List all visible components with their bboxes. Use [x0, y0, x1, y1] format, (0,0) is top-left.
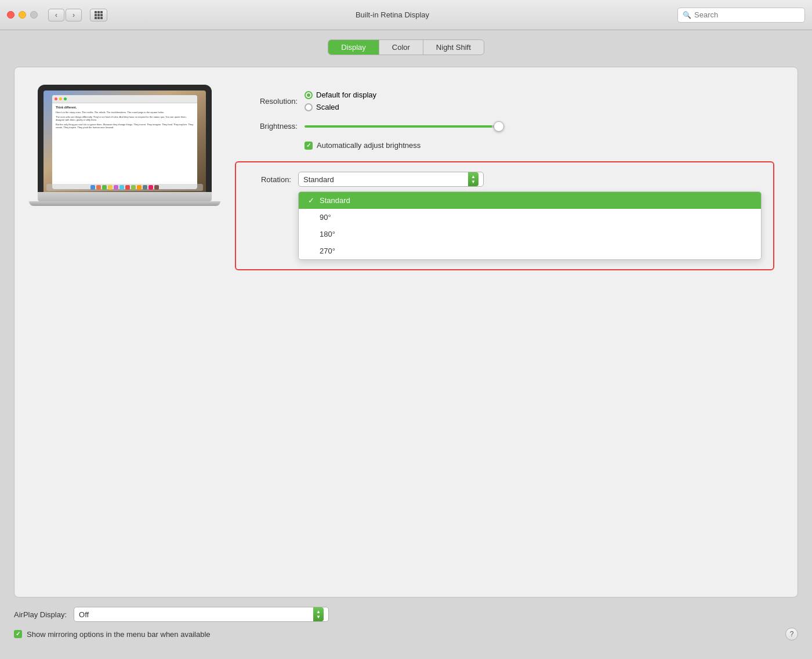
resolution-default-label: Default for display — [316, 90, 376, 99]
dropdown-item-270[interactable]: 270° — [299, 242, 761, 259]
option-90: 90° — [320, 213, 331, 222]
help-button[interactable]: ? — [785, 628, 798, 640]
grid-button[interactable] — [90, 9, 107, 21]
window-title: Built-in Retina Display — [113, 10, 672, 19]
rotation-section: Rotation: Standard ▲ ▼ ✓ Standard — [235, 161, 774, 270]
rotation-dropdown: ✓ Standard 90° 180° 270° — [298, 191, 762, 260]
resolution-option-scaled[interactable]: Scaled — [304, 103, 376, 111]
option-standard: Standard — [320, 196, 350, 205]
airplay-select[interactable]: Off ▲ ▼ — [74, 607, 329, 622]
screen-dock — [46, 184, 203, 191]
laptop-image: Think different. Here's to the crazy one… — [38, 85, 212, 206]
radio-scaled[interactable] — [304, 103, 313, 111]
grid-icon — [95, 11, 103, 19]
dock-icon — [96, 185, 101, 190]
resolution-radio-group: Default for display Scaled — [304, 90, 376, 111]
bottom-area: AirPlay Display: Off ▲ ▼ ✓ Show mirrorin… — [0, 598, 812, 650]
stepper-down-icon: ▼ — [471, 180, 476, 184]
airplay-label: AirPlay Display: — [14, 610, 67, 619]
dock-icon — [154, 185, 159, 190]
search-bar[interactable]: 🔍 — [677, 8, 805, 23]
mirroring-checkmark-icon: ✓ — [16, 631, 20, 637]
mirroring-checkbox[interactable]: ✓ — [14, 630, 22, 638]
dock-icon — [131, 185, 136, 190]
option-270: 270° — [320, 247, 335, 255]
search-icon: 🔍 — [683, 11, 691, 19]
airplay-row: AirPlay Display: Off ▲ ▼ — [14, 607, 798, 622]
close-button[interactable] — [7, 11, 14, 19]
dock-icon — [102, 185, 107, 190]
airplay-stepper-up-icon: ▲ — [316, 610, 321, 614]
traffic-lights — [7, 11, 38, 19]
tab-color[interactable]: Color — [379, 40, 423, 55]
auto-brightness-row: ✓ Automatically adjust brightness — [304, 141, 774, 150]
rotation-stepper[interactable]: ▲ ▼ — [468, 172, 478, 186]
tabs: Display Color Night Shift — [328, 39, 484, 55]
tab-display[interactable]: Display — [328, 40, 379, 55]
dropdown-item-90[interactable]: 90° — [299, 209, 761, 226]
forward-button[interactable]: › — [66, 9, 82, 21]
brightness-label: Brightness: — [235, 122, 304, 131]
radio-default[interactable] — [304, 91, 313, 99]
rotation-select[interactable]: Standard ▲ ▼ — [298, 172, 484, 187]
resolution-option-default[interactable]: Default for display — [304, 90, 376, 99]
laptop-area: Think different. Here's to the crazy one… — [38, 85, 212, 206]
brightness-slider[interactable] — [304, 125, 502, 128]
screen-close — [55, 97, 57, 100]
dock-icon — [114, 185, 118, 190]
mirroring-row: ✓ Show mirroring options in the menu bar… — [14, 630, 211, 639]
dock-icon — [143, 185, 147, 190]
auto-brightness-checkbox[interactable]: ✓ — [304, 142, 313, 150]
laptop-bottom — [29, 201, 220, 206]
resolution-label: Resolution: — [235, 97, 304, 106]
slider-thumb[interactable] — [494, 121, 504, 132]
brightness-row: Brightness: — [235, 122, 774, 131]
minimize-button[interactable] — [19, 11, 26, 19]
bottom-controls: ✓ Show mirroring options in the menu bar… — [14, 628, 798, 640]
dropdown-item-180[interactable]: 180° — [299, 226, 761, 242]
airplay-value: Off — [79, 610, 89, 619]
nav-buttons: ‹ › — [48, 9, 82, 21]
dropdown-item-standard[interactable]: ✓ Standard — [299, 192, 761, 209]
title-bar: ‹ › Built-in Retina Display 🔍 — [0, 0, 812, 30]
screen-content: Think different. Here's to the crazy one… — [52, 103, 197, 132]
checkmark-icon: ✓ — [306, 143, 311, 149]
screen-window-bar — [52, 95, 197, 103]
dock-icon — [119, 185, 124, 190]
fullscreen-button[interactable] — [30, 11, 38, 19]
option-180: 180° — [320, 230, 335, 238]
rotation-value: Standard — [303, 175, 334, 184]
airplay-stepper[interactable]: ▲ ▼ — [313, 607, 324, 621]
dock-icon — [137, 185, 142, 190]
auto-brightness-label: Automatically adjust brightness — [317, 141, 420, 150]
radio-inner — [307, 93, 310, 97]
tab-night-shift[interactable]: Night Shift — [423, 40, 484, 55]
back-button[interactable]: ‹ — [48, 9, 64, 21]
slider-track — [304, 125, 502, 128]
selected-checkmark: ✓ — [308, 196, 315, 205]
laptop-screen-outer: Think different. Here's to the crazy one… — [38, 85, 212, 192]
laptop-base — [38, 192, 212, 201]
tabs-container: Display Color Night Shift — [0, 39, 812, 55]
resolution-scaled-label: Scaled — [316, 103, 339, 111]
content-panel: Think different. Here's to the crazy one… — [14, 67, 798, 598]
dock-icon — [108, 185, 113, 190]
dock-icon — [148, 185, 153, 190]
laptop-screen: Think different. Here's to the crazy one… — [44, 90, 206, 192]
settings-area: Resolution: Default for display Scaled — [235, 85, 774, 270]
stepper-up-icon: ▲ — [471, 175, 476, 179]
mirroring-label: Show mirroring options in the menu bar w… — [27, 630, 211, 639]
screen-window: Think different. Here's to the crazy one… — [52, 95, 197, 189]
search-input[interactable] — [694, 10, 800, 19]
screen-min — [59, 97, 62, 100]
dock-icon — [90, 185, 95, 190]
resolution-row: Resolution: Default for display Scaled — [235, 90, 774, 111]
rotation-row: Rotation: Standard ▲ ▼ — [248, 172, 762, 187]
screen-max — [64, 97, 67, 100]
dock-icon — [125, 185, 130, 190]
rotation-label: Rotation: — [248, 175, 291, 184]
airplay-stepper-down-icon: ▼ — [316, 615, 321, 620]
main-content: Display Color Night Shift — [0, 30, 812, 659]
